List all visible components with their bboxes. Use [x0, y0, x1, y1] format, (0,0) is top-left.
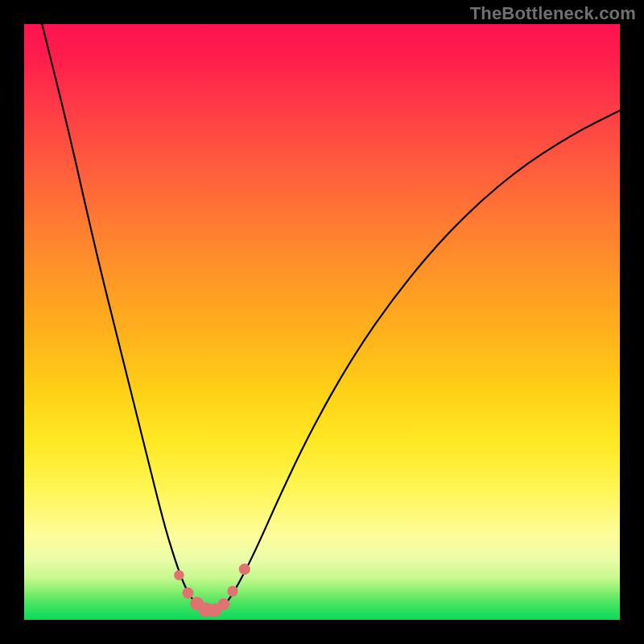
trough-bead — [227, 586, 237, 597]
trough-bead — [174, 570, 184, 580]
chart-frame: TheBottleneck.com — [0, 0, 644, 644]
bottleneck-curve — [42, 24, 620, 611]
trough-beads — [174, 564, 250, 617]
trough-bead — [182, 588, 193, 599]
trough-bead — [218, 598, 230, 610]
watermark-text: TheBottleneck.com — [470, 3, 636, 24]
curve-layer — [24, 24, 620, 620]
trough-bead — [239, 564, 250, 575]
plot-area — [24, 24, 620, 620]
